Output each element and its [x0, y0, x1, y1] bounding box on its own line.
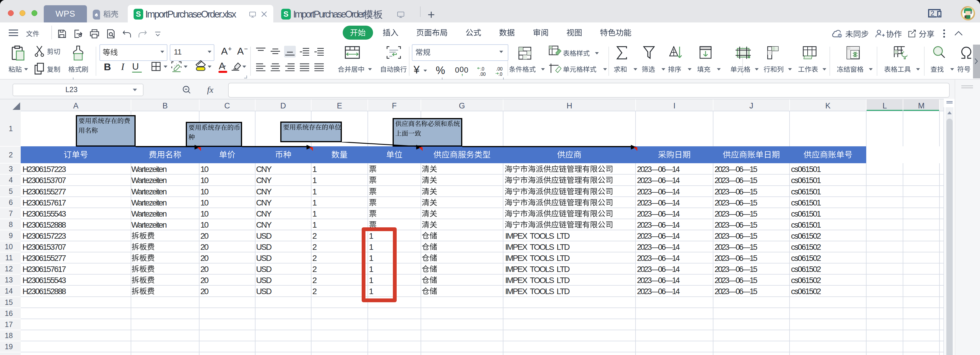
svg-text:.0: .0: [480, 67, 484, 71]
svg-text:.00: .00: [496, 67, 503, 71]
svg-text:.0: .0: [498, 72, 502, 76]
svg-text:.00: .00: [479, 72, 485, 76]
svg-text:2: 2: [931, 10, 934, 17]
